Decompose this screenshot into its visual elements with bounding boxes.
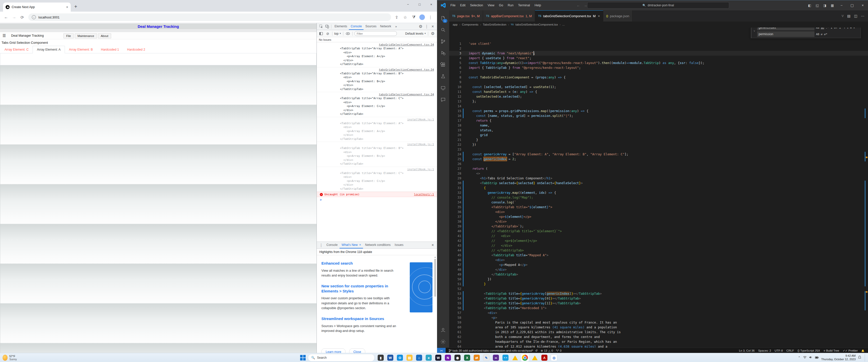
status-crlf[interactable]: CRLF (786, 349, 794, 352)
profile-avatar[interactable] (420, 15, 425, 20)
taskbar-icon-vscode[interactable]: < > (502, 354, 509, 362)
console-source-link[interactable]: installHook.js:1 (320, 118, 434, 121)
code-line[interactable]: 30 <TabStrip selected={selected} onSelec… (449, 180, 868, 186)
activity-beaker-icon[interactable] (437, 71, 449, 82)
code-line[interactable]: 57 <div> (449, 310, 868, 315)
taskbar-icon-edge[interactable]: e (425, 354, 433, 362)
devtools-tab-console[interactable]: Console (349, 23, 364, 30)
editor-tab-appBarComponent.tsx[interactable]: TSappBarComponent.tsx1, M (483, 10, 535, 22)
menu-selection[interactable]: Selection (468, 3, 485, 7)
taskbar-icon-word[interactable]: W (386, 354, 394, 362)
code-line[interactable]: 1'use client' (449, 41, 868, 46)
status-spaces-2[interactable]: Spaces: 2 (758, 349, 771, 352)
code-line[interactable]: 50 }) (449, 277, 868, 282)
taskbar-icon-gg-app[interactable]: ◎ (550, 354, 558, 362)
devtools-tab-network[interactable]: Network (378, 23, 393, 29)
console-log-entry[interactable]: installHook.js:1 <TabStripTab title="Arr… (317, 167, 437, 192)
device-toolbar-icon[interactable] (324, 24, 330, 29)
git-branch-item[interactable]: task-30-add-authorized-tabs-commission-a… (448, 349, 537, 353)
drawer-tab-what-s-new[interactable]: What's New× (340, 242, 363, 248)
activity-files-icon[interactable]: 1 (437, 12, 449, 24)
console-source-link[interactable]: installHook.js:1 (320, 167, 434, 171)
code-line[interactable]: 59 Paris is the capital and most populou… (449, 320, 868, 325)
code-line[interactable]: 20 grid (449, 133, 868, 137)
code-line[interactable]: 38 </div> (449, 219, 868, 224)
new-tab-button[interactable]: + (74, 4, 77, 9)
browser-tab[interactable]: Create Next App × (3, 2, 71, 11)
menubar-item-maintenance[interactable]: Maintenance (75, 33, 97, 38)
split-editor-icon[interactable]: ◫ (854, 14, 858, 18)
devtools-tab-elements[interactable]: Elements (333, 23, 349, 29)
code-line[interactable]: 54 <TabStripTab title={genericArray[0]}>… (449, 296, 868, 301)
code-line[interactable]: 40 // <TabStripTab title="`${element}`"> (449, 229, 868, 233)
code-line[interactable]: 24 const genericArray = ["Array Element:… (449, 152, 868, 157)
code-line[interactable]: 41 // <div> (449, 233, 868, 238)
problems-item[interactable]: ⊗13 △0 (540, 349, 553, 353)
code-line[interactable]: 19 status, (449, 128, 868, 133)
code-line[interactable]: 13 }; (449, 99, 868, 104)
code-line[interactable]: 56 <TabStripTab title="Hardcoded 1"> (449, 306, 868, 310)
vscode-maximize-button[interactable]: ▢ (847, 0, 858, 10)
drawer-tab-console[interactable]: Console (324, 242, 340, 248)
open-preview-icon[interactable]: ▤ (847, 14, 850, 18)
code-line[interactable]: 2 (449, 46, 868, 51)
more-tabs-icon[interactable]: » (393, 23, 399, 30)
editor-tab-package.json[interactable]: {}package.json (603, 10, 632, 22)
kendo-tab[interactable]: Hardcoded 1 (97, 46, 123, 53)
console-filter-input[interactable] (354, 31, 397, 36)
console-source-link[interactable]: tabsGridSelectionComponent.tsx:34 (320, 43, 434, 47)
maximize-button[interactable]: □ (414, 0, 426, 8)
code-line[interactable]: 9 (449, 80, 868, 84)
drawer-tab-network-conditions[interactable]: Network conditions (363, 242, 393, 248)
replace-all-icon[interactable]: ⇄* (824, 32, 827, 37)
volume-icon[interactable] (809, 356, 812, 360)
reload-icon[interactable]: ⟳ (19, 13, 26, 21)
code-line[interactable]: 3import dynamic from "next/dynamic"; (449, 51, 868, 56)
console-error-entry[interactable]: ×Uncaught (in promise)localhost/:1 (317, 192, 437, 197)
whats-new-close-button[interactable]: Close (349, 349, 366, 353)
menu-file[interactable]: File (448, 3, 458, 7)
code-line[interactable]: 34 console.log(` (449, 200, 868, 205)
code-line[interactable]: 4import { useState } from "react"; (449, 56, 868, 60)
address-bar[interactable]: i localhost:3001 (28, 13, 391, 21)
whats-new-section-title[interactable]: Streamlined workspace in Sources (321, 316, 399, 321)
code-line[interactable]: 17 return { (449, 118, 868, 123)
code-line[interactable]: 48 </div> (449, 267, 868, 272)
taskbar-icon-journal[interactable]: ✎ (483, 354, 490, 362)
taskbar-icon-microsoft-store[interactable]: ⌂ (415, 354, 423, 362)
taskbar-icon-drive[interactable] (531, 354, 538, 362)
extensions-icon[interactable]: ⧩ (411, 13, 417, 21)
code-line[interactable]: 64 area of 12,012 square kilometres (4,6… (449, 344, 868, 347)
code-line[interactable]: 33 // console.log("Map"); (449, 195, 868, 200)
whats-new-section-title[interactable]: New section for custom properties in Ele… (321, 284, 399, 294)
wifi-icon[interactable] (803, 356, 807, 360)
code-line[interactable]: 27 return ( (449, 166, 868, 171)
taskbar-icon-file-explorer[interactable]: ▤ (406, 354, 413, 362)
toggle-panel-icon[interactable]: ◱ (813, 3, 821, 7)
tab-close-icon[interactable]: × (66, 5, 68, 9)
console-sidebar-icon[interactable] (318, 31, 324, 36)
menu-go[interactable]: Go (497, 3, 505, 7)
breadcrumb-item[interactable]: tabsGridSelectionComponent.tsx (515, 23, 558, 26)
drawer-scrollbar[interactable]: ▲ (434, 256, 436, 352)
start-button[interactable] (300, 355, 306, 361)
taskbar-icon-visual-studio[interactable]: ∞ (492, 354, 500, 362)
taskbar-icon-outlook[interactable]: O (396, 354, 404, 362)
devtools-tab-sources[interactable]: Sources (364, 23, 378, 29)
console-log-entry[interactable]: installHook.js:1 <TabStripTab title="Arr… (317, 117, 437, 142)
taskbar-icon-excel[interactable]: X (463, 354, 471, 362)
console-log-entry[interactable]: tabsGridSelectionComponent.tsx:34 <TabSt… (317, 67, 437, 92)
activity-source-control-icon[interactable] (437, 36, 449, 47)
open-changes-icon[interactable]: ⑂ (841, 14, 843, 18)
code-line[interactable]: 43 // </div> (449, 243, 868, 248)
toggle-sidebar-icon[interactable]: ◧ (806, 3, 813, 7)
editor-more-actions-icon[interactable]: ⋯ (861, 14, 865, 18)
activity-remote-icon[interactable] (437, 82, 449, 94)
menu-view[interactable]: View (485, 3, 497, 7)
back-icon[interactable]: ← (2, 13, 9, 21)
code-line[interactable]: 26 (449, 161, 868, 166)
code-line[interactable]: 51 } (449, 282, 868, 286)
devtools-menu-icon[interactable]: ⋮ (424, 24, 430, 29)
vscode-close-button[interactable]: × (858, 0, 868, 10)
close-button[interactable]: × (426, 0, 437, 8)
